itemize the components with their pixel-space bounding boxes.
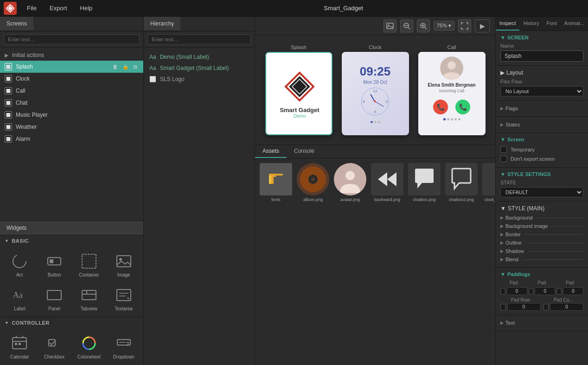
screen-name-input[interactable] <box>500 50 583 62</box>
pad-input-3[interactable] <box>563 287 583 295</box>
inspect-tab[interactable]: Inspect <box>496 17 519 31</box>
history-tab[interactable]: History <box>519 17 543 31</box>
pad-input-1[interactable] <box>507 287 527 295</box>
screens-search-input[interactable] <box>4 34 140 44</box>
shadow-row[interactable]: ▶ Shadow <box>500 247 583 255</box>
hierarchy-item-smartgadget[interactable]: Aa Smart Gadget (Small Label) <box>144 63 255 74</box>
splash-screen-preview[interactable]: Smart Gadget Demo <box>265 52 332 135</box>
border-row[interactable]: ▶ Border <box>500 230 583 239</box>
widget-image[interactable]: Image <box>107 248 141 281</box>
screen-icon-call: ⬜ <box>5 87 12 94</box>
play-btn[interactable]: ▶ <box>475 19 490 32</box>
menu-help[interactable]: Help <box>77 4 96 13</box>
pad-input-2[interactable] <box>535 287 555 295</box>
widget-container[interactable]: Container <box>72 248 106 281</box>
animat-tab[interactable]: Animat... <box>561 17 588 31</box>
background-row[interactable]: ▶ Background <box>500 214 583 222</box>
widget-checkbox[interactable]: Checkbox <box>38 330 71 363</box>
widget-colorwheel[interactable]: Colorwheel <box>72 330 106 363</box>
smartgadget-label: Smart Gadget (Small Label) <box>160 65 229 71</box>
widget-tabview[interactable]: Tabview <box>72 282 106 315</box>
screen-section-header[interactable]: ▼ SCREEN <box>500 35 583 40</box>
hierarchy-item-demo[interactable]: Aa Demo (Small Label) <box>144 51 255 63</box>
widget-textarea[interactable]: Textarea <box>107 282 141 315</box>
widget-arc[interactable]: Arc <box>3 248 37 281</box>
dont-export-checkbox[interactable] <box>500 156 507 162</box>
asset-chatbox2[interactable]: × chatbox2.png <box>445 163 478 202</box>
menu-export[interactable]: Export <box>47 4 70 13</box>
screen-sub-header[interactable]: ▼ Screen <box>500 137 583 142</box>
screen-item-weather[interactable]: ⬜ Weather <box>0 121 143 133</box>
widget-label[interactable]: Aa Label <box>3 282 37 315</box>
panel-label: Panel <box>48 306 60 311</box>
call-screen-preview[interactable]: Elena Smith Bergman Incoming Call 📞 📞 <box>418 52 486 135</box>
splash-delete-btn[interactable]: 🗑 <box>111 63 119 70</box>
state-select[interactable]: DEFAULT <box>500 187 583 197</box>
flex-flow-select[interactable]: No Layout <box>500 86 583 96</box>
pad-checkbox-3[interactable] <box>556 288 562 295</box>
hierarchy-item-slslogo[interactable]: ⬜ SLS Logo <box>144 74 255 85</box>
screen-item-chat[interactable]: ⬜ Chat <box>0 97 143 109</box>
pad-checkbox-1[interactable] <box>500 288 505 295</box>
style-main-header[interactable]: ▼ STYLE (MAIN) <box>500 205 583 212</box>
states-row[interactable]: ▶ States <box>500 120 583 129</box>
screen-item-splash[interactable]: ⬜ Splash 🗑 🔒 ⧉ <box>0 61 143 73</box>
left-panel: Screens ▶ Initial actions ⬜ Splash 🗑 🔒 ⧉ <box>0 17 144 365</box>
screen-item-clock[interactable]: ⬜ Clock <box>0 73 143 85</box>
console-tab[interactable]: Console <box>287 145 322 158</box>
splash-content: Smart Gadget Demo <box>266 53 332 135</box>
asset-chatbox[interactable]: × chatbox.png <box>408 163 441 202</box>
paddings-header[interactable]: ▼ Paddings <box>500 271 583 277</box>
text-row[interactable]: ▶ Text <box>500 319 583 327</box>
hierarchy-search-input[interactable] <box>147 34 251 44</box>
chatbox-label: chatbox.png <box>413 197 435 202</box>
menu-file[interactable]: File <box>24 4 39 13</box>
temporary-checkbox[interactable] <box>500 146 507 153</box>
screen-item-musicplayer[interactable]: ⬜ Music Player <box>0 109 143 121</box>
pad-row-input[interactable] <box>507 303 541 311</box>
asset-album[interactable]: × album.png <box>297 163 329 202</box>
accept-btn[interactable]: 📞 <box>455 100 470 114</box>
font-tab[interactable]: Font <box>543 17 561 31</box>
dot-1 <box>371 121 373 123</box>
bg-image-line <box>552 226 583 227</box>
zoom-select[interactable]: 75% ▾ <box>434 21 454 31</box>
screen-item-call[interactable]: ⬜ Call <box>0 85 143 97</box>
outline-row[interactable]: ▶ Outline <box>500 239 583 247</box>
zoom-in-btn[interactable] <box>417 19 430 32</box>
splash-copy-btn[interactable]: ⧉ <box>132 63 139 70</box>
widgets-tab[interactable]: Widgets <box>0 221 143 235</box>
widget-panel[interactable]: Panel <box>38 282 71 315</box>
zoom-out-btn[interactable] <box>400 19 413 32</box>
widget-button[interactable]: Button <box>38 248 71 281</box>
fullscreen-btn[interactable] <box>458 19 471 32</box>
asset-avatar[interactable]: × avatar.png <box>334 163 366 202</box>
style-settings-label: STYLE SETTINGS <box>507 171 551 177</box>
asset-fonts[interactable]: fonts <box>260 163 292 202</box>
clock-9: 9 <box>363 99 364 103</box>
splash-lock-btn[interactable]: 🔒 <box>121 63 130 70</box>
screen-item-alarm[interactable]: ⬜ Alarm <box>0 133 143 145</box>
screens-tab[interactable]: Screens <box>0 17 33 31</box>
clock-screen-preview[interactable]: 09:25 Mon 28 Oct 12 3 6 9 <box>342 52 409 135</box>
widget-calendar[interactable]: Calendar <box>3 330 37 363</box>
blend-row[interactable]: ▶ Blend <box>500 255 583 264</box>
assets-tab[interactable]: Assets <box>255 145 287 158</box>
pad-checkbox-2[interactable] <box>529 288 534 295</box>
pad-col-input[interactable] <box>550 303 583 311</box>
background-image-row[interactable]: ▶ Background image <box>500 222 583 230</box>
style-settings-header[interactable]: ▼ STYLE SETTINGS <box>500 171 583 177</box>
initial-actions-label: Initial actions <box>12 52 44 58</box>
screen-sub-section: ▼ Screen Temporary Don't export screen <box>496 133 588 168</box>
pad-col-checkbox[interactable] <box>543 304 549 310</box>
initial-actions-item[interactable]: ▶ Initial actions <box>0 50 143 61</box>
flags-row[interactable]: ▶ Flags <box>500 104 583 113</box>
widget-dropdown[interactable]: Dropdown <box>107 330 141 363</box>
decline-btn[interactable]: 📞 <box>433 100 448 114</box>
asset-backward[interactable]: × backward.png <box>371 163 403 202</box>
pad-row-checkbox[interactable] <box>500 304 506 310</box>
hierarchy-tab[interactable]: Hierarchy <box>144 17 180 31</box>
layout-header[interactable]: ▶ Layout <box>500 69 583 76</box>
asset-clock-hour[interactable]: × clock_hour.png <box>482 163 495 202</box>
image-toolbar-btn[interactable] <box>383 19 396 32</box>
